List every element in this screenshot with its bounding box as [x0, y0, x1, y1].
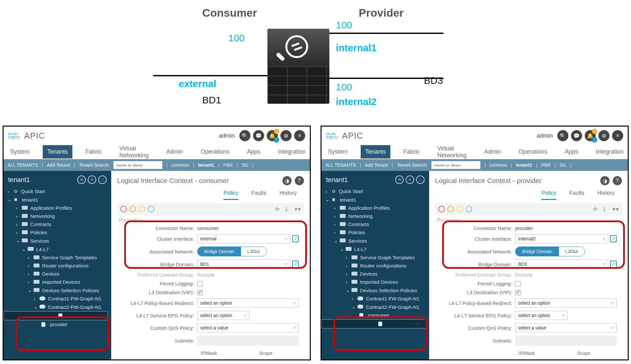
refresh-icon[interactable]: ⟳: [593, 206, 597, 212]
tree-app-profiles[interactable]: ›Application Profiles: [4, 204, 111, 212]
nav-virtual-networking[interactable]: Virtual Networking: [433, 142, 471, 162]
nav-virtual-networking[interactable]: Virtual Networking: [115, 142, 153, 162]
help-icon[interactable]: ?: [613, 176, 622, 185]
tree-provider[interactable]: provider: [4, 320, 111, 328]
alerts-icon[interactable]: 🔔21: [585, 130, 596, 141]
tree-devices[interactable]: ›Devices: [322, 270, 429, 278]
nav-fabric[interactable]: Fabric: [399, 145, 424, 159]
tree-devices[interactable]: ›Devices: [4, 270, 111, 278]
all-tenants-link[interactable]: ALL TENANTS: [8, 162, 38, 168]
nav-integrations[interactable]: Integration: [273, 145, 310, 159]
nav-admin[interactable]: Admin: [162, 145, 188, 159]
tree-tenant-root[interactable]: ⌄tenant1: [4, 195, 111, 204]
add-tenant-link[interactable]: Add Tenant: [365, 162, 388, 168]
tab-faults[interactable]: Faults: [251, 187, 266, 200]
tree-svc-graph-templates[interactable]: ›Service Graph Templates: [4, 253, 111, 262]
apps-icon[interactable]: ≡: [612, 130, 623, 141]
refresh-icon[interactable]: ⟳: [275, 206, 279, 212]
associated-network-segment[interactable]: Bridge DomainL3Out: [197, 247, 267, 256]
permit-logging-checkbox[interactable]: [197, 281, 203, 286]
seg-l3out[interactable]: L3Out: [241, 247, 266, 256]
crumb-common[interactable]: common: [172, 162, 189, 168]
tree-router-configs[interactable]: ›Router configurations: [4, 262, 111, 270]
crumb-sg[interactable]: SG: [242, 162, 248, 168]
seg-bridge-domain[interactable]: Bridge Domain: [198, 247, 241, 256]
search-icon[interactable]: 🔍: [239, 130, 250, 141]
crumb-tenant1[interactable]: tenant1: [198, 162, 214, 168]
tools-icon[interactable]: ✦▾: [612, 206, 619, 212]
pbr-select[interactable]: select an option▽: [197, 298, 299, 308]
cluster-interface-select[interactable]: external▽: [197, 234, 290, 243]
crumb-pbr[interactable]: PBR: [541, 162, 551, 168]
health-info-icon[interactable]: [148, 206, 154, 212]
health-minor-icon[interactable]: [139, 206, 145, 212]
crumb-pbr[interactable]: PBR: [223, 162, 233, 168]
tab-policy[interactable]: Policy: [223, 187, 238, 200]
service-epg-select[interactable]: select an option▽: [197, 311, 249, 320]
download-icon[interactable]: ⭳: [602, 206, 607, 212]
tree-consumer[interactable]: consumer: [4, 311, 108, 320]
sidebar-tool-1-icon[interactable]: ⟲: [77, 175, 86, 184]
help-icon[interactable]: ?: [295, 176, 304, 185]
sidebar-tool-2-icon[interactable]: ≡: [88, 175, 96, 184]
crumb-tenant1[interactable]: tenant1: [516, 162, 532, 168]
bridge-domain-select[interactable]: BD1▽: [197, 260, 290, 269]
l3-destination-checkbox[interactable]: [197, 290, 203, 295]
sidebar-tool-1-icon[interactable]: ⟲: [395, 175, 404, 184]
bookmark-icon[interactable]: ◑: [282, 176, 292, 185]
tab-policy[interactable]: Policy: [541, 187, 556, 200]
tree-dev-sel-policies[interactable]: ⌄Devices Selection Policies: [4, 286, 111, 295]
health-critical-icon[interactable]: [438, 206, 445, 212]
tree-quick-start[interactable]: ›⭘ Quick Start: [322, 187, 429, 195]
l3-destination-checkbox[interactable]: [515, 290, 520, 295]
tree-policies[interactable]: ›Policies: [322, 228, 429, 236]
tree-l4l7[interactable]: ⌄L4-L7: [4, 245, 111, 253]
tree-contract2[interactable]: ⌄Contract2-FW-Graph-N1: [322, 303, 429, 311]
tree-services[interactable]: ⌄Services: [4, 236, 111, 245]
bridge-domain-open-icon[interactable]: ↗: [292, 261, 299, 268]
crumb-common[interactable]: common: [489, 162, 507, 168]
sidebar-tool-3-icon[interactable]: ◌: [416, 175, 425, 184]
nav-fabric[interactable]: Fabric: [81, 145, 106, 159]
cluster-interface-open-icon[interactable]: ↗: [610, 235, 617, 242]
download-icon[interactable]: ⭳: [284, 206, 289, 212]
tree-networking[interactable]: ›Networking: [4, 212, 111, 220]
bookmark-icon[interactable]: ◑: [600, 176, 609, 185]
nav-operations[interactable]: Operations: [196, 145, 234, 159]
tree-contracts[interactable]: ›Contracts: [4, 220, 111, 228]
service-epg-select[interactable]: select an option▽: [515, 311, 567, 320]
tree-imported-devices[interactable]: ›Imported Devices: [322, 278, 429, 286]
tree-provider[interactable]: provider: [322, 319, 426, 328]
tab-faults[interactable]: Faults: [569, 187, 584, 200]
alerts-icon[interactable]: 🔔21: [267, 130, 278, 141]
tenant-search-input[interactable]: [431, 161, 480, 169]
bridge-domain-open-icon[interactable]: ↗: [610, 261, 617, 268]
health-major-icon[interactable]: [129, 206, 136, 212]
search-icon[interactable]: 🔍: [557, 130, 568, 141]
sidebar-tool-3-icon[interactable]: ◌: [98, 175, 107, 184]
nav-tenants[interactable]: Tenants: [361, 145, 390, 159]
apps-icon[interactable]: ≡: [294, 130, 305, 141]
tree-tenant-root[interactable]: ⌄tenant1: [322, 195, 429, 204]
health-critical-icon[interactable]: [120, 206, 127, 212]
sidebar-tool-2-icon[interactable]: ≡: [406, 175, 414, 184]
qos-select[interactable]: select a value▽: [515, 323, 617, 332]
tree-router-configs[interactable]: ›Router configurations: [322, 262, 429, 270]
permit-logging-checkbox[interactable]: [515, 281, 520, 286]
associated-network-segment[interactable]: Bridge DomainL3Out: [515, 247, 585, 256]
nav-system[interactable]: System: [323, 145, 352, 159]
pbr-select[interactable]: select an option▽: [515, 298, 617, 308]
settings-icon[interactable]: ⚙: [280, 130, 292, 141]
tree-contract1[interactable]: ›Contract1-FW-Graph-N1: [322, 295, 429, 303]
nav-apps[interactable]: Apps: [560, 145, 583, 159]
tree-l4l7[interactable]: ⌄L4-L7: [322, 245, 429, 253]
tree-networking[interactable]: ›Networking: [322, 212, 429, 220]
tree-contract2[interactable]: ⌄Contract2-FW-Graph-N1: [4, 303, 111, 311]
tree-imported-devices[interactable]: ›Imported Devices: [4, 278, 111, 286]
tenant-search-input[interactable]: [113, 161, 162, 169]
nav-admin[interactable]: Admin: [480, 145, 505, 159]
bridge-domain-select[interactable]: BD3▽: [515, 260, 608, 269]
cluster-interface-open-icon[interactable]: ↗: [292, 235, 299, 242]
add-tenant-link[interactable]: Add Tenant: [47, 162, 70, 168]
health-minor-icon[interactable]: [457, 206, 463, 212]
